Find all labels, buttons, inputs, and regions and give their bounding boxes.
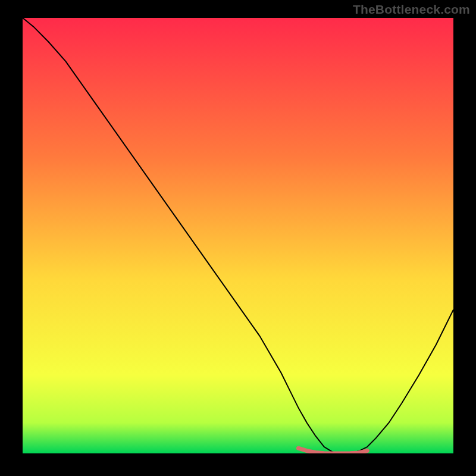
watermark-label: TheBottleneck.com [353, 2, 470, 17]
chart-frame: TheBottleneck.com [0, 0, 476, 476]
plot-area [23, 18, 453, 453]
plot-svg [23, 18, 453, 453]
gradient-background [23, 18, 453, 453]
